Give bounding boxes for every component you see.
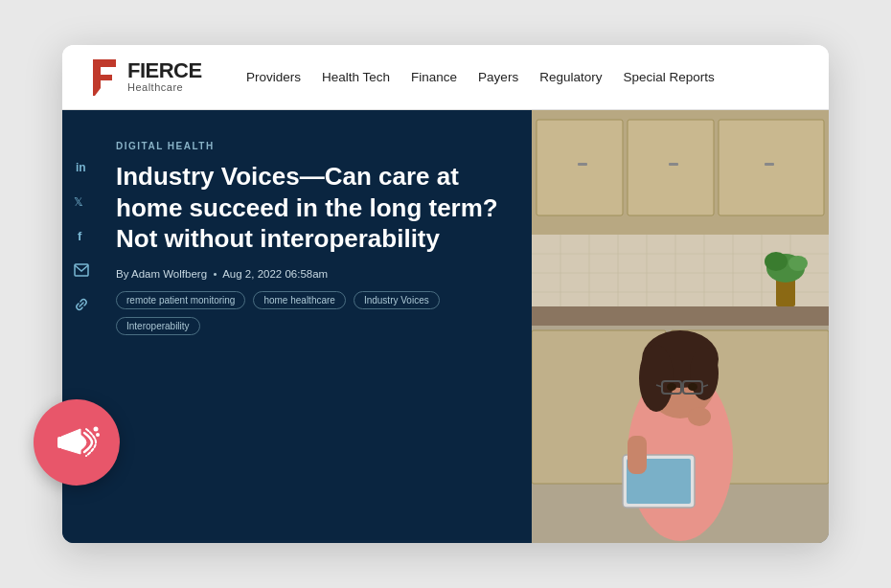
byline-date: Aug 2, 2022 06:58am: [222, 268, 328, 280]
svg-rect-28: [532, 306, 829, 326]
svg-text:f: f: [78, 229, 82, 243]
svg-point-40: [690, 347, 719, 400]
nav-menu: Providers Health Tech Finance Payers Reg…: [246, 70, 715, 84]
article-title: Industry Voices—Can care at home succeed…: [116, 161, 501, 255]
svg-rect-14: [765, 163, 774, 166]
article-byline: By Adam Wolfberg • Aug 2, 2022 06:58am: [116, 268, 501, 280]
svg-rect-9: [537, 120, 623, 215]
logo-area: FIERCE Healthcare: [89, 59, 223, 96]
nav-item-regulatory[interactable]: Regulatory: [539, 70, 602, 84]
browser-card: FIERCE Healthcare Providers Health Tech …: [62, 45, 829, 543]
svg-point-39: [639, 345, 674, 412]
megaphone-icon: [54, 419, 100, 465]
fierce-logo-icon: [89, 59, 120, 96]
logo-healthcare: Healthcare: [127, 81, 202, 94]
article-category: DIGITAL HEALTH: [116, 141, 501, 151]
logo-text-block: FIERCE Healthcare: [127, 60, 202, 94]
svg-point-34: [765, 252, 788, 271]
nav-item-payers[interactable]: Payers: [478, 70, 518, 84]
site-header: FIERCE Healthcare Providers Health Tech …: [62, 45, 829, 110]
svg-point-53: [94, 427, 99, 432]
tag-remote-patient[interactable]: remote patient monitoring: [116, 291, 245, 309]
email-icon[interactable]: [71, 260, 92, 281]
svg-rect-13: [669, 163, 678, 166]
facebook-icon[interactable]: f: [71, 225, 92, 246]
nav-item-health-tech[interactable]: Health Tech: [322, 70, 390, 84]
svg-text:𝕏: 𝕏: [74, 195, 83, 209]
svg-rect-10: [628, 120, 714, 215]
svg-rect-12: [578, 163, 587, 166]
svg-point-47: [688, 383, 697, 391]
svg-rect-52: [57, 437, 63, 448]
svg-rect-6: [75, 264, 88, 276]
linkedin-icon[interactable]: in: [71, 156, 92, 177]
floating-badge: [34, 399, 120, 486]
svg-rect-11: [719, 120, 824, 215]
article-content: DIGITAL HEALTH Industry Voices—Can care …: [101, 110, 532, 543]
tag-home-healthcare[interactable]: home healthcare: [253, 291, 346, 309]
main-nav: Providers Health Tech Finance Payers Reg…: [246, 70, 715, 84]
svg-text:in: in: [76, 161, 86, 174]
svg-point-46: [667, 383, 676, 391]
svg-rect-50: [628, 436, 647, 474]
tag-industry-voices[interactable]: Industry Voices: [354, 291, 440, 309]
nav-item-special-reports[interactable]: Special Reports: [623, 70, 714, 84]
content-area: in 𝕏 f DIGITAL HEALTH Industry Voices—: [62, 110, 829, 543]
tags-row: remote patient monitoring home healthcar…: [116, 291, 501, 335]
byline-author: By Adam Wolfberg: [116, 268, 207, 280]
nav-item-finance[interactable]: Finance: [411, 70, 457, 84]
page-wrapper: FIERCE Healthcare Providers Health Tech …: [62, 45, 829, 543]
logo-fierce: FIERCE: [127, 60, 202, 81]
kitchen-scene-illustration: [532, 110, 829, 543]
svg-point-35: [788, 256, 808, 271]
twitter-icon[interactable]: 𝕏: [71, 191, 92, 212]
tag-interoperability[interactable]: Interoperability: [116, 317, 200, 335]
article-image-area: [532, 110, 829, 543]
nav-item-providers[interactable]: Providers: [246, 70, 301, 84]
svg-point-51: [688, 407, 711, 426]
link-icon[interactable]: [71, 294, 92, 315]
svg-point-54: [96, 433, 100, 437]
